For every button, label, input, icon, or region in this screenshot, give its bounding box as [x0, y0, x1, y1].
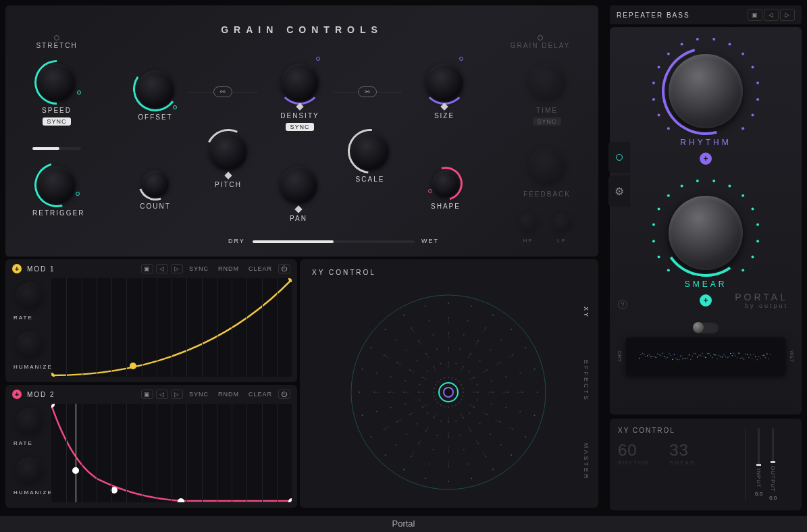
time-knob[interactable]	[528, 63, 566, 101]
mod2-add-button[interactable]: +	[12, 390, 22, 399]
mod1-graph[interactable]	[51, 278, 292, 377]
svg-line-94	[468, 354, 471, 358]
mod1-rate-knob[interactable]	[16, 282, 43, 309]
mod2-save-icon[interactable]: ▣	[141, 390, 153, 399]
offset-density-link[interactable]: ⚯	[213, 86, 232, 97]
mod1-humanize-knob[interactable]	[16, 331, 43, 358]
svg-line-130	[475, 341, 478, 346]
svg-point-249	[729, 356, 730, 358]
mod1-sync-button[interactable]: SYNC	[186, 264, 212, 273]
mod2-point[interactable]	[178, 498, 184, 502]
mod2-sync-button[interactable]: SYNC	[186, 390, 212, 399]
svg-point-203	[652, 356, 654, 357]
feedback-knob[interactable]	[528, 147, 566, 185]
drywet-slider[interactable]	[253, 240, 415, 243]
xy-tab-master[interactable]: MASTER	[583, 436, 590, 487]
smear-add-button[interactable]: +	[700, 294, 712, 307]
mod2-clear-button[interactable]: CLEAR	[245, 390, 276, 399]
offset-knob[interactable]	[136, 70, 174, 108]
mod2-point[interactable]	[288, 498, 292, 502]
mod2-rate-knob[interactable]	[16, 408, 43, 435]
reverse-toggle[interactable]	[692, 321, 719, 334]
svg-point-254	[737, 357, 738, 358]
svg-point-269	[762, 355, 763, 356]
svg-point-183	[359, 392, 360, 393]
size-knob[interactable]	[425, 63, 463, 101]
density-size-link[interactable]: ⚯	[358, 86, 377, 97]
mod1-next-icon[interactable]: ▷	[171, 264, 183, 273]
mod2-prev-icon[interactable]: ◁	[156, 390, 168, 399]
output-meter-label: OUTPUT	[770, 466, 776, 492]
pitch-knob[interactable]	[209, 132, 247, 170]
svg-point-252	[733, 352, 735, 354]
scale-knob[interactable]	[351, 132, 389, 170]
svg-point-239	[712, 357, 713, 358]
pan-knob[interactable]	[280, 166, 317, 204]
hp-knob[interactable]	[519, 213, 538, 232]
svg-point-257	[741, 357, 743, 358]
svg-point-210	[664, 356, 665, 357]
mod1-power-icon[interactable]: ⏻	[278, 264, 290, 273]
svg-point-134	[505, 376, 506, 377]
mod1-point[interactable]	[130, 363, 136, 369]
xy-tab-xy[interactable]: XY	[583, 300, 590, 325]
svg-point-32	[469, 413, 470, 414]
svg-line-169	[508, 355, 513, 358]
svg-point-9	[448, 406, 449, 408]
count-knob[interactable]	[142, 170, 169, 197]
mod1-save-icon[interactable]: ▣	[141, 264, 153, 273]
mod1-prev-icon[interactable]: ◁	[156, 264, 168, 273]
help-icon[interactable]: ?	[618, 300, 627, 309]
density-knob[interactable]	[281, 63, 319, 101]
grain-delay-label: GRAIN DELAY	[506, 42, 574, 49]
time-sync-button[interactable]: SYNC	[533, 117, 561, 126]
stretch-section: STRETCH	[30, 35, 84, 49]
preset-next-icon[interactable]: ▷	[780, 9, 795, 21]
mod2-next-icon[interactable]: ▷	[171, 390, 183, 399]
mod1-add-button[interactable]: +	[12, 264, 22, 273]
svg-point-15	[433, 392, 434, 393]
svg-point-131	[490, 350, 491, 351]
shape-knob[interactable]	[432, 170, 459, 197]
svg-point-270	[763, 355, 764, 356]
svg-point-234	[704, 356, 705, 358]
density-sync-button[interactable]: SYNC	[286, 123, 313, 131]
svg-point-19	[440, 379, 442, 380]
preset-save-icon[interactable]: ▣	[748, 9, 762, 21]
svg-point-71	[459, 435, 461, 436]
rhythm-knob[interactable]	[669, 54, 743, 128]
svg-point-221	[682, 358, 683, 360]
waveform-display[interactable]: DRY WET	[626, 338, 785, 375]
right-tab-circle[interactable]	[608, 142, 630, 173]
mod2-power-icon[interactable]: ⏻	[278, 390, 290, 399]
speed-slider[interactable]	[32, 147, 81, 150]
svg-point-201	[649, 354, 650, 356]
mod2-humanize-knob[interactable]	[16, 457, 43, 484]
xy-tab-effects[interactable]: EFFECTS	[583, 353, 590, 408]
speed-knob[interactable]	[38, 63, 76, 101]
retrigger-knob[interactable]	[38, 166, 76, 204]
speed-sync-button[interactable]: SYNC	[43, 117, 70, 126]
dry-label: DRY	[228, 238, 245, 244]
right-tab-sliders[interactable]: ⚙	[608, 176, 630, 207]
sliders-icon: ⚙	[615, 185, 624, 198]
xy-arena[interactable]	[327, 288, 570, 497]
preset-prev-icon[interactable]: ◁	[764, 9, 779, 21]
mod1-rndm-button[interactable]: RNDM	[215, 264, 242, 273]
svg-point-178	[425, 478, 426, 479]
rhythm-add-button[interactable]: +	[700, 153, 712, 165]
mod2-rndm-button[interactable]: RNDM	[215, 390, 242, 399]
grain-title: GRAIN CONTROLS	[5, 24, 598, 35]
lp-knob[interactable]	[552, 213, 571, 232]
svg-point-5	[461, 399, 462, 400]
smear-knob[interactable]	[669, 196, 743, 270]
mod1-clear-button[interactable]: CLEAR	[245, 264, 276, 273]
mod2-graph[interactable]	[51, 404, 292, 502]
svg-point-20	[444, 377, 445, 379]
footer-label2: SMEAR	[669, 460, 695, 466]
mod1-rate-label: RATE	[14, 315, 46, 321]
mod2-point[interactable]	[72, 467, 79, 474]
grain-delay-power-icon[interactable]	[538, 35, 543, 41]
stretch-power-icon[interactable]	[54, 35, 59, 41]
svg-point-209	[662, 352, 663, 354]
